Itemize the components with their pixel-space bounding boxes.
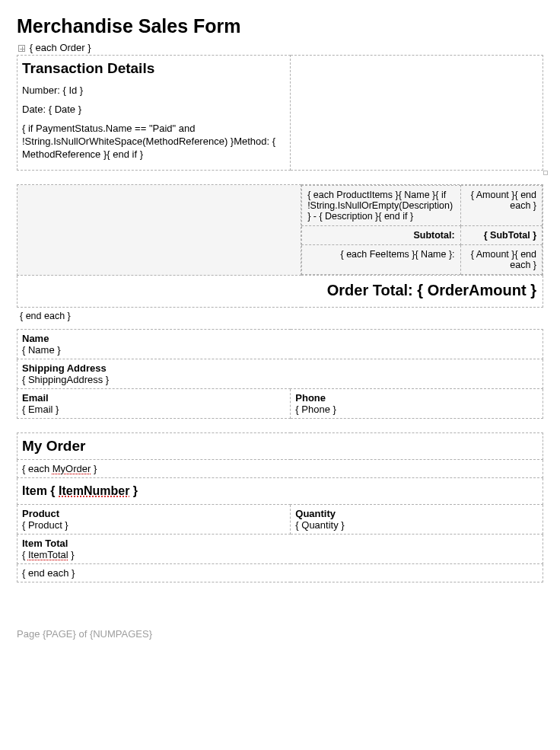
item-heading-cell: Item { ItemNumber } <box>18 478 543 505</box>
page-footer: Page {PAGE} of {NUMPAGES} <box>17 628 543 640</box>
each-order-text: { each Order } <box>30 42 91 53</box>
transaction-table: Transaction Details Number: { Id } Date:… <box>17 55 543 171</box>
my-order-table: My Order { each MyOrder } Item { ItemNum… <box>17 432 543 582</box>
items-inner-table: { each ProductItems }{ Name }{ if !Strin… <box>301 185 542 275</box>
end-each-order: { end each } <box>20 311 543 321</box>
item-total-cell: Item Total { ItemTotal } <box>18 535 543 564</box>
resize-handle-icon <box>543 171 548 175</box>
each-myorder-link: MyOrder <box>52 463 91 474</box>
transaction-date: Date: { Date } <box>22 104 285 116</box>
page-title: Merchandise Sales Form <box>17 15 543 37</box>
table-anchor-icon <box>18 45 25 52</box>
items-right-wrap: { each ProductItems }{ Name }{ if !Strin… <box>301 185 543 276</box>
shipping-label: Shipping Address <box>22 362 538 374</box>
my-order-heading-cell: My Order <box>18 433 543 460</box>
end-each-myorder: { end each } <box>22 567 75 579</box>
quantity-cell: Quantity { Quantity } <box>291 505 543 535</box>
product-label: Product <box>22 508 285 519</box>
shipping-value: { ShippingAddress } <box>22 374 538 385</box>
items-left-pad <box>18 185 301 276</box>
each-myorder-open: { each <box>22 463 52 474</box>
email-cell: Email { Email } <box>18 389 291 419</box>
end-each-myorder-cell: { end each } <box>18 564 543 582</box>
item-heading-prefix: Item { <box>22 484 59 497</box>
product-amount-cell: { Amount }{ end each } <box>460 186 542 226</box>
quantity-label: Quantity <box>295 508 538 519</box>
transaction-number: Number: { Id } <box>22 85 285 97</box>
phone-cell: Phone { Phone } <box>291 389 543 419</box>
transaction-empty-cell <box>291 56 543 171</box>
transaction-conditional: { if PaymentStatus.Name == "Paid" and !S… <box>22 123 285 161</box>
item-total-close: } <box>68 549 75 560</box>
each-order-marker: { each Order } <box>18 42 543 53</box>
item-total-open: { <box>22 549 28 560</box>
email-value: { Email } <box>22 404 285 415</box>
product-value: { Product } <box>22 519 285 531</box>
item-number-link: ItemNumber <box>59 484 129 497</box>
transaction-heading: Transaction Details <box>22 60 285 77</box>
my-order-heading: My Order <box>22 438 538 455</box>
each-myorder-close: } <box>91 463 97 474</box>
shipping-cell: Shipping Address { ShippingAddress } <box>18 359 543 389</box>
email-label: Email <box>22 392 285 404</box>
fee-amount-cell: { Amount }{ end each } <box>460 245 542 275</box>
customer-info-table: Name { Name } Shipping Address { Shippin… <box>17 329 543 419</box>
product-cell: Product { Product } <box>18 505 291 535</box>
subtotal-value-cell: { SubTotal } <box>460 226 542 245</box>
fee-items-cell: { each FeeItems }{ Name }: <box>302 245 460 275</box>
each-myorder-cell: { each MyOrder } <box>18 460 543 478</box>
customer-name-cell: Name { Name } <box>18 330 543 359</box>
item-total-label: Item Total <box>22 538 538 549</box>
product-items-cell: { each ProductItems }{ Name }{ if !Strin… <box>302 186 460 226</box>
transaction-details-cell: Transaction Details Number: { Id } Date:… <box>18 56 291 171</box>
phone-label: Phone <box>295 392 538 404</box>
name-value: { Name } <box>22 344 538 356</box>
order-total-text: Order Total: { OrderAmount } <box>24 282 536 299</box>
quantity-value: { Quantity } <box>295 519 538 531</box>
subtotal-label-cell: Subtotal: <box>302 226 460 245</box>
item-total-link: ItemTotal <box>28 549 68 560</box>
name-label: Name <box>22 333 538 344</box>
items-table: { each ProductItems }{ Name }{ if !Strin… <box>17 184 543 308</box>
phone-value: { Phone } <box>295 404 538 415</box>
item-heading-suffix: } <box>129 484 138 497</box>
order-total-cell: Order Total: { OrderAmount } <box>18 276 543 308</box>
